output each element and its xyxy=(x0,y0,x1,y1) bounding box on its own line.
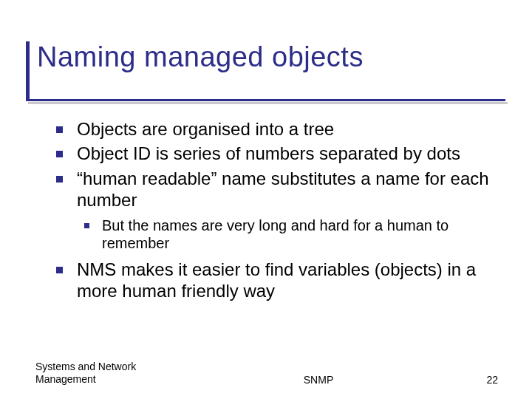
title-block: Naming managed objects xyxy=(37,41,510,73)
slide: Naming managed objects Objects are organ… xyxy=(0,0,532,399)
title-accent-bar xyxy=(26,41,30,99)
bullet-item: Objects are organised into a tree xyxy=(52,118,505,140)
bullet-item: Object ID is series of numbers separated… xyxy=(52,143,505,164)
bullet-text: “human readable” name substitutes a name… xyxy=(77,168,489,210)
bullet-item: NMS makes it easier to find variables (o… xyxy=(52,259,505,302)
slide-body: Objects are organised into a tree Object… xyxy=(52,118,505,304)
sub-bullet-item: But the names are very long and hard for… xyxy=(80,216,505,253)
slide-footer: Systems and Network Management SNMP 22 xyxy=(35,361,498,386)
sub-bullet-text: But the names are very long and hard for… xyxy=(102,217,449,251)
title-underline xyxy=(26,99,505,101)
bullet-text: NMS makes it easier to find variables (o… xyxy=(77,259,476,301)
footer-left: Systems and Network Management xyxy=(35,361,168,386)
bullet-text: Objects are organised into a tree xyxy=(77,119,334,139)
sub-bullet-list: But the names are very long and hard for… xyxy=(77,216,505,253)
bullet-list: Objects are organised into a tree Object… xyxy=(52,118,505,301)
footer-page-number: 22 xyxy=(468,374,498,386)
title-underline-shadow xyxy=(28,102,508,104)
slide-title: Naming managed objects xyxy=(37,41,510,73)
bullet-item: “human readable” name substitutes a name… xyxy=(52,168,505,253)
bullet-text: Object ID is series of numbers separated… xyxy=(77,143,460,163)
footer-center: SNMP xyxy=(168,374,468,386)
